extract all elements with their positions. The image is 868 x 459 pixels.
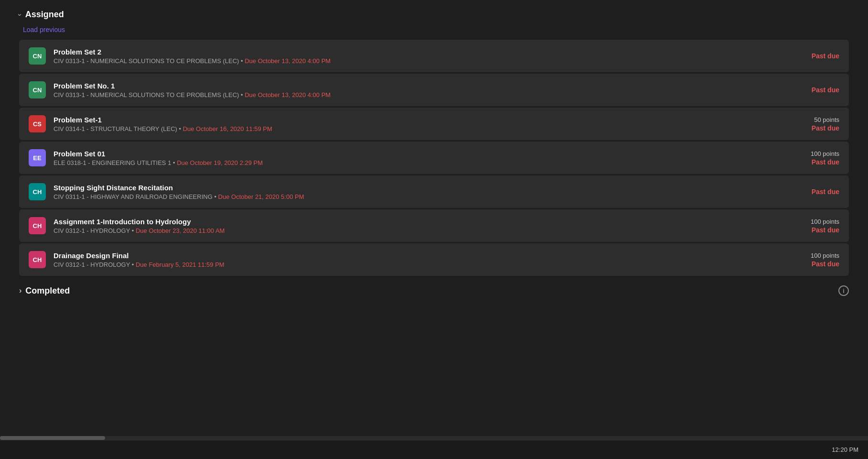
assignment-item[interactable]: CS Problem Set-1 CIV 0314-1 - STRUCTURAL… (19, 108, 849, 140)
assignment-title-0: Problem Set 2 (54, 48, 331, 56)
due-date-4: Due October 21, 2020 5:00 PM (218, 193, 304, 200)
assignment-right-3: 100 points Past due (782, 150, 839, 166)
taskbar: 12:20 PM (0, 440, 868, 459)
scrollbar-area[interactable] (0, 436, 868, 440)
due-date-1: Due October 13, 2020 4:00 PM (245, 91, 331, 98)
load-previous-link[interactable]: Load previous (23, 26, 65, 33)
assigned-section-title: Assigned (25, 10, 64, 20)
assignment-subtitle-5: CIV 0312-1 - HYDROLOGY • Due October 23,… (54, 227, 225, 234)
status-5: Past due (812, 226, 839, 234)
assignment-item[interactable]: CN Problem Set 2 CIV 0313-1 - NUMERICAL … (19, 40, 849, 72)
assignment-right-6: 100 points Past due (782, 252, 839, 268)
page-container: › Assigned Load previous CN Problem Set … (0, 0, 868, 306)
course-avatar-6: CH (29, 251, 46, 268)
status-0: Past due (812, 52, 839, 60)
assignment-subtitle-2: CIV 0314-1 - STRUCTURAL THEORY (LEC) • D… (54, 125, 272, 132)
assignment-title-1: Problem Set No. 1 (54, 82, 331, 90)
assignment-right-4: Past due (782, 188, 839, 196)
assignment-left-6: CH Drainage Design Final CIV 0312-1 - HY… (29, 251, 782, 268)
assignment-info-0: Problem Set 2 CIV 0313-1 - NUMERICAL SOL… (54, 48, 331, 65)
assignment-item[interactable]: EE Problem Set 01 ELE 0318-1 - ENGINEERI… (19, 142, 849, 174)
course-avatar-3: EE (29, 149, 46, 166)
assignment-right-5: 100 points Past due (782, 218, 839, 234)
due-date-3: Due October 19, 2020 2:29 PM (177, 159, 263, 166)
assignment-left-4: CH Stopping Sight Distance Recitation CI… (29, 183, 782, 200)
completed-section-title: Completed (25, 286, 70, 296)
assignment-item[interactable]: CN Problem Set No. 1 CIV 0313-1 - NUMERI… (19, 74, 849, 106)
info-icon[interactable]: i (838, 285, 849, 296)
status-3: Past due (812, 158, 839, 166)
completed-chevron-icon: › (19, 286, 21, 295)
status-2: Past due (812, 124, 839, 132)
assignment-subtitle-0: CIV 0313-1 - NUMERICAL SOLUTIONS TO CE P… (54, 57, 331, 65)
assignment-item[interactable]: CH Stopping Sight Distance Recitation CI… (19, 175, 849, 208)
assignment-info-6: Drainage Design Final CIV 0312-1 - HYDRO… (54, 251, 225, 268)
assignment-right-2: 50 points Past due (782, 116, 839, 132)
course-avatar-2: CS (29, 115, 46, 132)
points-3: 100 points (811, 150, 839, 157)
points-5: 100 points (811, 218, 839, 225)
status-4: Past due (812, 188, 839, 196)
points-2: 50 points (814, 116, 839, 123)
assignment-info-5: Assignment 1-Introduction to Hydrology C… (54, 218, 225, 234)
taskbar-time: 12:20 PM (832, 446, 858, 453)
assignment-title-5: Assignment 1-Introduction to Hydrology (54, 218, 225, 226)
assignment-subtitle-3: ELE 0318-1 - ENGINEERING UTILITIES 1 • D… (54, 159, 263, 166)
scrollbar-thumb[interactable] (0, 436, 105, 440)
assignment-title-6: Drainage Design Final (54, 251, 225, 260)
course-avatar-1: CN (29, 81, 46, 98)
status-6: Past due (812, 260, 839, 268)
assignment-right-0: Past due (782, 52, 839, 60)
assignment-subtitle-4: CIV 0311-1 - HIGHWAY AND RAILROAD ENGINE… (54, 193, 304, 200)
assignment-title-4: Stopping Sight Distance Recitation (54, 184, 304, 192)
course-avatar-0: CN (29, 47, 46, 65)
assignment-subtitle-6: CIV 0312-1 - HYDROLOGY • Due February 5,… (54, 261, 225, 268)
status-1: Past due (812, 86, 839, 94)
assignment-title-3: Problem Set 01 (54, 150, 263, 158)
due-date-6: Due February 5, 2021 11:59 PM (136, 261, 225, 268)
completed-toggle[interactable]: › Completed (19, 286, 70, 296)
assignment-subtitle-1: CIV 0313-1 - NUMERICAL SOLUTIONS TO CE P… (54, 91, 331, 98)
completed-section-header: › Completed i (19, 285, 849, 296)
assignment-left-1: CN Problem Set No. 1 CIV 0313-1 - NUMERI… (29, 81, 782, 98)
due-date-0: Due October 13, 2020 4:00 PM (245, 57, 331, 65)
assignment-title-2: Problem Set-1 (54, 116, 272, 124)
assigned-section-header[interactable]: › Assigned (19, 10, 849, 20)
assignment-left-2: CS Problem Set-1 CIV 0314-1 - STRUCTURAL… (29, 115, 782, 132)
due-date-2: Due October 16, 2020 11:59 PM (183, 125, 272, 132)
points-6: 100 points (811, 252, 839, 259)
course-avatar-5: CH (29, 217, 46, 234)
assignment-info-1: Problem Set No. 1 CIV 0313-1 - NUMERICAL… (54, 82, 331, 98)
completed-section: › Completed i (19, 285, 849, 296)
assignment-list: CN Problem Set 2 CIV 0313-1 - NUMERICAL … (19, 40, 849, 276)
assignment-info-2: Problem Set-1 CIV 0314-1 - STRUCTURAL TH… (54, 116, 272, 132)
assignment-item[interactable]: CH Drainage Design Final CIV 0312-1 - HY… (19, 243, 849, 276)
assignment-info-4: Stopping Sight Distance Recitation CIV 0… (54, 184, 304, 200)
due-date-5: Due October 23, 2020 11:00 AM (136, 227, 225, 234)
assignment-item[interactable]: CH Assignment 1-Introduction to Hydrolog… (19, 209, 849, 242)
assignment-left-0: CN Problem Set 2 CIV 0313-1 - NUMERICAL … (29, 47, 782, 65)
assignment-right-1: Past due (782, 86, 839, 94)
assignment-info-3: Problem Set 01 ELE 0318-1 - ENGINEERING … (54, 150, 263, 166)
assignment-left-5: CH Assignment 1-Introduction to Hydrolog… (29, 217, 782, 234)
assignment-left-3: EE Problem Set 01 ELE 0318-1 - ENGINEERI… (29, 149, 782, 166)
course-avatar-4: CH (29, 183, 46, 200)
assigned-chevron-icon: › (16, 13, 24, 16)
